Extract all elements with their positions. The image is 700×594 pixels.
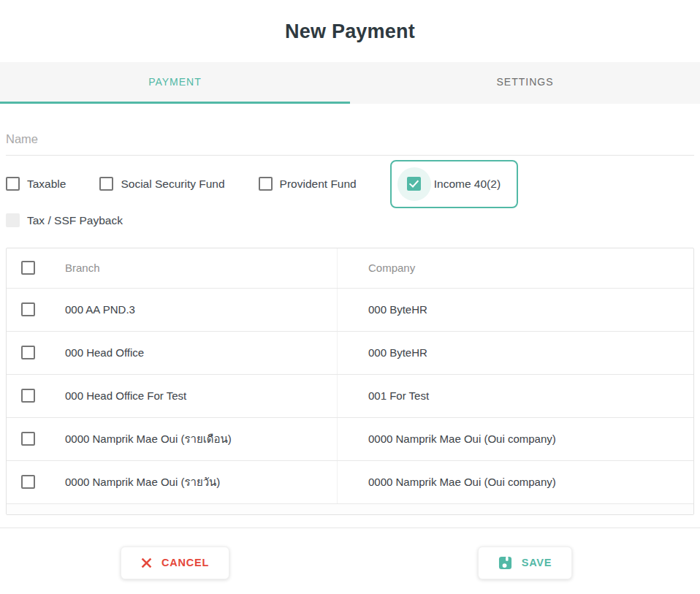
option-label: Tax / SSF Payback <box>27 214 123 227</box>
option-label: Taxable <box>27 178 66 191</box>
branch-cell: 000 Head Office For Test <box>52 375 337 417</box>
company-cell: 0000 Namprik Mae Oui (Oui company) <box>337 418 693 460</box>
select-all-checkbox[interactable] <box>21 261 35 275</box>
cancel-button[interactable]: CANCEL <box>121 547 229 579</box>
company-cell: 000 ByteHR <box>337 289 693 331</box>
options-row: Taxable Social Security Fund Provident F… <box>6 160 694 208</box>
table-header-row: Branch Company <box>7 248 693 288</box>
row-checkbox[interactable] <box>21 346 35 359</box>
option-label: Provident Fund <box>280 178 357 191</box>
column-header-company: Company <box>337 248 693 288</box>
floppy-disk-icon <box>498 556 512 570</box>
row-checkbox[interactable] <box>21 432 35 446</box>
company-cell: 001 For Test <box>337 375 693 417</box>
table-row[interactable]: 0000 Namprik Mae Oui (รายวัน) 0000 Nampr… <box>7 460 693 503</box>
name-input[interactable] <box>6 132 694 156</box>
option-tax-ssf-payback[interactable]: Tax / SSF Payback <box>6 213 694 229</box>
table-row[interactable]: 000 AA PND.3 000 ByteHR <box>7 288 693 331</box>
branch-cell: 0000 Namprik Mae Oui (รายวัน) <box>52 461 337 503</box>
dialog-body: Taxable Social Security Fund Provident F… <box>0 132 700 515</box>
branch-company-table: Branch Company 000 AA PND.3 000 ByteHR 0… <box>6 248 694 515</box>
branch-cell: 000 Head Office <box>52 332 337 374</box>
row-checkbox[interactable] <box>21 302 35 316</box>
branch-cell: 0000 Namprik Mae Oui (รายเดือน) <box>52 418 337 460</box>
company-cell: 0000 Namprik Mae Oui (Oui company) <box>337 461 693 503</box>
select-all-cell <box>7 248 52 288</box>
tab-payment[interactable]: PAYMENT <box>0 62 350 104</box>
footer: CANCEL SAVE <box>0 528 700 579</box>
option-label: Social Security Fund <box>121 178 224 191</box>
tax-ssf-payback-checkbox[interactable] <box>6 213 20 227</box>
x-icon <box>141 557 152 568</box>
save-button[interactable]: SAVE <box>478 547 573 579</box>
option-provident-fund[interactable]: Provident Fund <box>259 177 357 191</box>
tab-settings[interactable]: SETTINGS <box>350 62 700 104</box>
new-payment-dialog: New Payment PAYMENT SETTINGS Taxable Soc… <box>0 20 700 579</box>
social-security-fund-checkbox[interactable] <box>99 177 113 191</box>
income-40-2-checkbox[interactable] <box>407 177 421 191</box>
table-row[interactable]: 000 Head Office 000 ByteHR <box>7 331 693 374</box>
company-cell: 000 ByteHR <box>337 332 693 374</box>
branch-cell: 000 AA PND.3 <box>52 289 337 331</box>
page-title: New Payment <box>0 20 700 45</box>
column-header-branch: Branch <box>52 248 337 288</box>
row-checkbox[interactable] <box>21 389 35 403</box>
footer-left: CANCEL <box>0 547 350 579</box>
taxable-checkbox[interactable] <box>6 177 20 191</box>
footer-right: SAVE <box>350 547 700 579</box>
tab-bar: PAYMENT SETTINGS <box>0 62 700 104</box>
checkbox-ripple-halo <box>397 167 431 201</box>
option-social-security-fund[interactable]: Social Security Fund <box>99 177 224 191</box>
option-income-40-2[interactable]: Income 40(2) <box>390 160 518 208</box>
table-row[interactable]: 000 Head Office For Test 001 For Test <box>7 374 693 417</box>
table-bottom-spacer <box>7 503 693 514</box>
row-checkbox[interactable] <box>21 475 35 489</box>
save-label: SAVE <box>522 557 552 568</box>
option-taxable[interactable]: Taxable <box>6 177 66 191</box>
cancel-label: CANCEL <box>161 557 209 568</box>
option-label: Income 40(2) <box>434 178 501 191</box>
provident-fund-checkbox[interactable] <box>259 177 273 191</box>
table-row[interactable]: 0000 Namprik Mae Oui (รายเดือน) 0000 Nam… <box>7 417 693 460</box>
